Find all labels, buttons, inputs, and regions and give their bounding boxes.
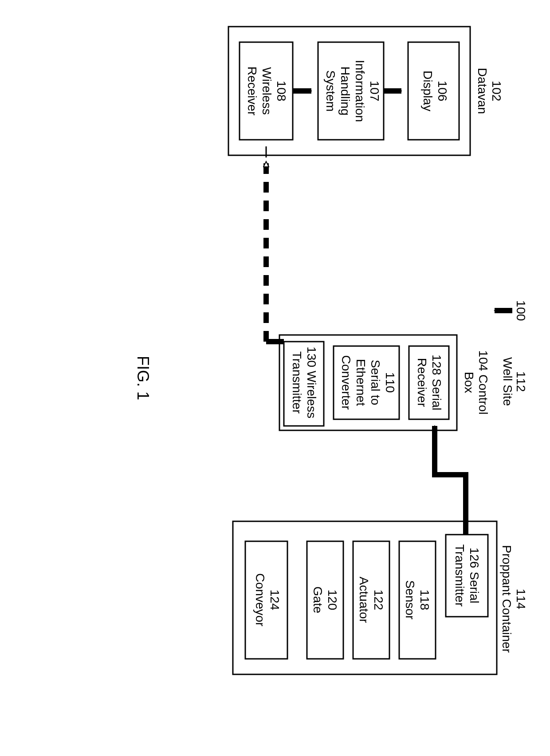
serial-transmitter-name: Transmitter [453, 544, 467, 607]
figure-label: FIG. 1 [134, 356, 152, 400]
well-site-ref: 112 [514, 371, 528, 392]
serial-receiver-ref: 128 Serial [430, 354, 444, 410]
display-ref: 106 [436, 81, 449, 102]
sensor-ref: 118 [418, 590, 432, 610]
display-name: Display [421, 71, 435, 111]
actuator-name: Actuator [357, 577, 371, 623]
wrx-l2: Receiver [245, 67, 259, 115]
conveyor-name: Conveyor [253, 573, 267, 626]
serial-receiver-name: Receiver [415, 358, 429, 407]
datavan-ref: 102 [490, 81, 503, 102]
ihs-l1: Information [353, 60, 367, 122]
wrx-l1: Wireless [260, 67, 274, 114]
well-site-name: Well Site [501, 357, 515, 406]
actuator-ref: 122 [372, 590, 385, 610]
serial-transmitter-ref: 126 Serial [468, 547, 481, 603]
s2e-ref: 110 [383, 372, 397, 393]
ihs-l3: System [324, 70, 338, 111]
s2e-l2: Ethernet [354, 359, 368, 406]
wtx-ref: 130 Wireless [305, 346, 318, 418]
s2e-l1: Serial to [369, 360, 382, 406]
gate-name: Gate [311, 587, 325, 614]
wtx-name: Transmitter [290, 351, 304, 414]
controlbox-l2: Box [462, 372, 476, 393]
s2e-l3: Converter [339, 355, 353, 410]
proppant-name: Proppant Container [500, 545, 514, 653]
proppant-ref: 114 [514, 589, 528, 610]
conveyor-ref: 124 [268, 590, 282, 610]
wrx-ref: 108 [275, 81, 288, 102]
ihs-l2: Handling [338, 67, 352, 116]
ihs-ref: 107 [368, 81, 381, 102]
gate-ref: 120 [326, 590, 339, 610]
arrow-serial-link [435, 426, 466, 535]
datavan-name: Datavan [475, 68, 489, 114]
controlbox-l1: 104 Control [476, 350, 490, 415]
system-ref-label: 100 [514, 300, 528, 321]
sensor-name: Sensor [403, 580, 417, 620]
